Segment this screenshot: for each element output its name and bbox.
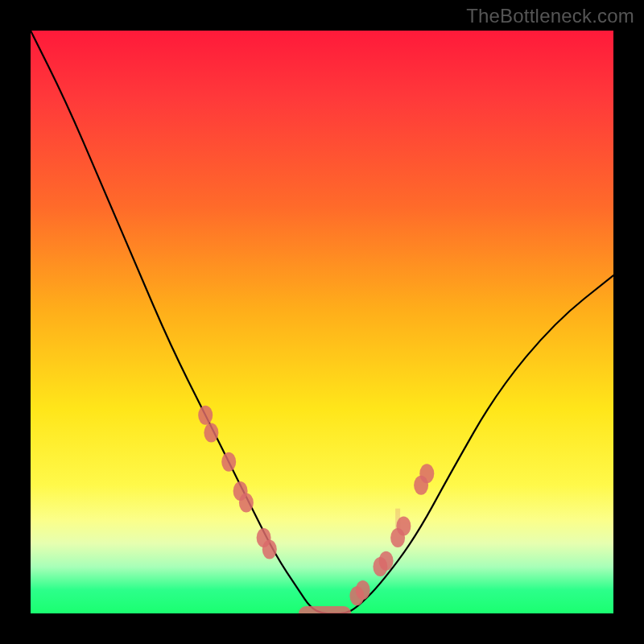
- data-point: [379, 551, 394, 571]
- highlighted-points-right: [349, 464, 434, 605]
- data-point: [239, 493, 254, 512]
- faint-indicator-bar: [395, 509, 400, 530]
- data-point: [204, 423, 218, 443]
- bottleneck-curve: [31, 31, 613, 613]
- data-point: [221, 452, 236, 472]
- curve-svg: [31, 31, 613, 613]
- chart-container: TheBottleneck.com: [0, 0, 644, 644]
- plot-area: [31, 31, 613, 613]
- highlighted-points-left: [198, 406, 277, 559]
- plateau-pill: [299, 606, 351, 613]
- data-point: [262, 539, 277, 559]
- data-point: [419, 464, 434, 483]
- data-point: [356, 580, 370, 600]
- data-point: [198, 406, 213, 425]
- watermark-text: TheBottleneck.com: [466, 5, 634, 27]
- plateau-segment: [299, 606, 351, 613]
